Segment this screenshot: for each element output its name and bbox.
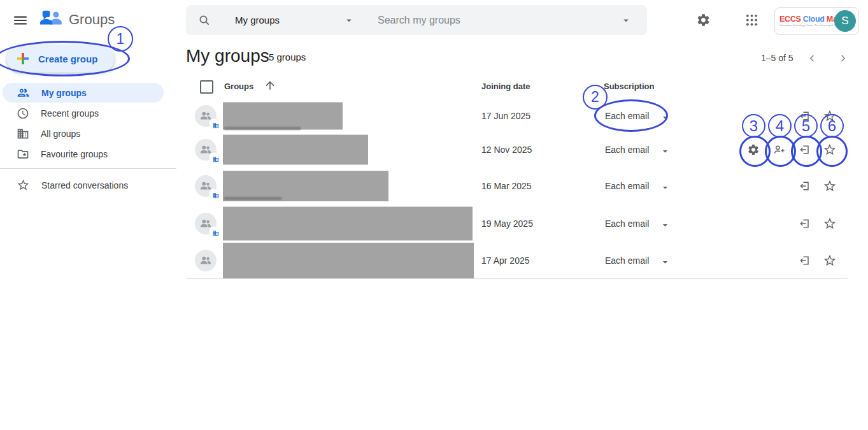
subscription-value: Each email xyxy=(605,219,649,229)
sidebar-item-my-groups[interactable]: My groups xyxy=(3,83,164,103)
settings-gear-icon[interactable] xyxy=(696,13,711,27)
logo-word-1: ECCS xyxy=(779,15,801,24)
chevron-down-icon xyxy=(660,220,671,231)
add-member-icon[interactable] xyxy=(772,143,786,157)
page-title: My groups xyxy=(186,46,269,66)
chevron-down-icon xyxy=(660,112,671,123)
group-settings-icon[interactable] xyxy=(747,143,760,156)
sidebar-item-all-groups[interactable]: All groups xyxy=(3,124,164,143)
subscription-value: Each email xyxy=(605,145,649,155)
joining-date: 12 Nov 2025 xyxy=(481,145,532,155)
star-icon xyxy=(17,178,30,192)
people-icon xyxy=(17,86,30,99)
column-header-subscription[interactable]: Subscription xyxy=(604,82,654,91)
sidebar-item-label: Favourite groups xyxy=(41,149,108,159)
sidebar-item-label: Starred conversations xyxy=(41,180,128,190)
subscription-dropdown[interactable]: Each email xyxy=(605,181,649,191)
table-row[interactable]: 19 May 2025 Each email xyxy=(186,204,848,243)
star-icon[interactable] xyxy=(823,179,837,193)
next-page-icon[interactable] xyxy=(837,52,849,64)
search-options-chevron-icon[interactable] xyxy=(620,15,632,26)
chevron-down-icon xyxy=(660,257,671,268)
star-icon[interactable] xyxy=(823,217,837,231)
sidebar-item-starred-conversations[interactable]: Starred conversations xyxy=(3,175,164,195)
sidebar-divider xyxy=(0,168,176,169)
search-input[interactable]: Search my groups xyxy=(378,15,620,26)
star-icon[interactable] xyxy=(823,254,837,268)
organization-badge-icon xyxy=(209,189,219,199)
group-people-icon xyxy=(199,254,213,268)
sidebar-item-favourite-groups[interactable]: Favourite groups xyxy=(3,144,164,164)
star-icon[interactable] xyxy=(823,143,837,157)
plus-icon xyxy=(15,51,31,66)
subscription-value: Each email xyxy=(605,255,649,266)
organization-badge-icon xyxy=(209,226,219,236)
column-header-groups[interactable]: Groups xyxy=(224,82,253,91)
group-avatar xyxy=(195,139,217,161)
create-group-label: Create group xyxy=(38,54,97,64)
search-bar[interactable]: My groups Search my groups xyxy=(186,5,647,35)
domain-icon xyxy=(17,127,29,140)
top-bar: Groups My groups Search my groups ECCS C… xyxy=(0,0,868,41)
table-row[interactable]: 12 Nov 2025 Each email xyxy=(186,133,848,168)
subscription-dropdown[interactable]: Each email xyxy=(605,145,649,155)
redacted-group-name xyxy=(223,243,474,278)
pagination-label: 1–5 of 5 xyxy=(761,53,793,63)
sidebar-item-label: Recent groups xyxy=(41,108,99,118)
subscription-value: Each email xyxy=(605,111,649,121)
subscription-dropdown[interactable]: Each email xyxy=(605,219,649,229)
joining-date: 19 May 2025 xyxy=(481,219,533,229)
search-scope-value: My groups xyxy=(235,15,280,25)
google-apps-icon[interactable] xyxy=(744,13,759,27)
redacted-group-name xyxy=(223,102,343,129)
leave-group-icon[interactable] xyxy=(799,254,811,267)
google-groups-page: Groups My groups Search my groups ECCS C… xyxy=(0,0,868,430)
redacted-group-name xyxy=(223,135,368,165)
clock-icon xyxy=(17,107,29,120)
menu-icon[interactable] xyxy=(12,12,29,29)
search-scope-dropdown[interactable]: My groups xyxy=(235,15,355,26)
subscription-value: Each email xyxy=(605,181,649,191)
sidebar-item-recent-groups[interactable]: Recent groups xyxy=(3,103,164,123)
redacted-group-name xyxy=(223,206,473,240)
leave-group-icon[interactable] xyxy=(799,143,811,156)
select-all-checkbox[interactable] xyxy=(200,80,213,94)
group-avatar xyxy=(195,105,217,127)
table-row[interactable]: 17 Jun 2025 Each email xyxy=(186,99,848,133)
sort-up-icon[interactable] xyxy=(264,79,276,92)
leave-group-icon[interactable] xyxy=(799,180,811,192)
chevron-down-icon xyxy=(660,146,671,157)
leave-group-icon[interactable] xyxy=(799,110,811,122)
app-name: Groups xyxy=(69,11,115,28)
table-row[interactable]: 16 Mar 2025 Each email xyxy=(186,167,848,205)
organization-badge-icon xyxy=(209,118,219,129)
sidebar-item-label: My groups xyxy=(41,88,87,98)
groups-logo-icon xyxy=(39,8,64,32)
star-icon[interactable] xyxy=(823,109,837,123)
table-row[interactable]: 17 Apr 2025 Each email xyxy=(186,242,848,279)
table-header: Groups Joining date Subscription xyxy=(186,76,848,99)
account-avatar[interactable]: S xyxy=(834,10,856,32)
subscription-dropdown[interactable]: Each email xyxy=(605,255,649,266)
group-avatar xyxy=(195,175,217,197)
logo-subtitle: Information Technology Center, The Unive… xyxy=(779,24,820,27)
group-avatar xyxy=(195,250,217,271)
redacted-text-remnant xyxy=(224,197,281,200)
logo-word-2: Cloud xyxy=(803,15,825,24)
group-count: 5 groups xyxy=(269,52,306,62)
sidebar-item-label: All groups xyxy=(41,129,80,139)
subscription-dropdown[interactable]: Each email xyxy=(605,111,649,121)
joining-date: 16 Mar 2025 xyxy=(481,181,532,191)
groups-logo[interactable]: Groups xyxy=(39,8,115,32)
joining-date: 17 Apr 2025 xyxy=(481,255,530,266)
column-header-joining-date[interactable]: Joining date xyxy=(481,82,530,91)
leave-group-icon[interactable] xyxy=(799,217,811,230)
previous-page-icon[interactable] xyxy=(806,52,818,64)
group-avatar xyxy=(195,213,217,234)
joining-date: 17 Jun 2025 xyxy=(481,111,530,121)
search-icon xyxy=(198,14,211,27)
chevron-down-icon xyxy=(660,182,671,193)
create-group-button[interactable]: Create group xyxy=(6,45,115,73)
account-area[interactable]: ECCS Cloud Mail Information Technology C… xyxy=(774,7,859,35)
folder-star-icon xyxy=(17,148,29,161)
